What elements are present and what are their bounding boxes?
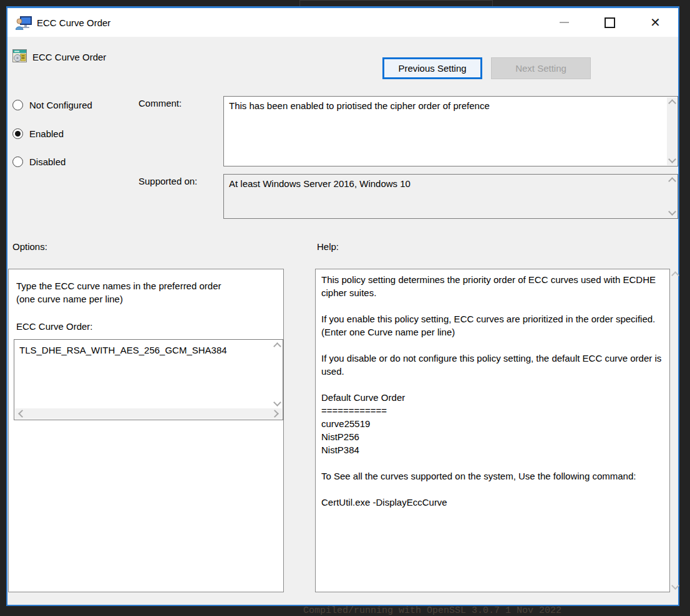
ecc-curve-order-label: ECC Curve Order: [16,321,93,332]
window-controls: ✕ [542,8,678,37]
setting-title: ECC Curve Order [32,52,106,62]
title-bar[interactable]: ECC Curve Order ✕ [7,8,678,37]
radio-label: Enabled [29,128,64,139]
scroll-right-icon[interactable] [271,410,279,418]
supported-on-value: At least Windows Server 2016, Windows 10 [229,178,663,190]
previous-setting-button[interactable]: Previous Setting [382,57,482,79]
policy-setting-icon [12,49,27,62]
scroll-up-icon[interactable] [273,342,281,350]
scroll-left-icon[interactable] [18,410,26,418]
comment-scrollbar[interactable] [667,97,677,165]
scroll-up-icon[interactable] [668,99,676,107]
help-label: Help: [317,241,339,252]
help-panel: This policy setting determines the prior… [315,269,670,592]
options-panel: Type the ECC curve names in the preferre… [8,269,284,592]
scroll-up-icon[interactable] [668,177,676,185]
ecc-input-vertical-scrollbar[interactable] [272,340,282,408]
minimize-icon [560,22,569,23]
radio-circle[interactable] [12,100,23,110]
radio-disabled[interactable]: Disabled [12,155,66,168]
supported-on-scrollbar[interactable] [667,175,677,218]
maximize-icon [605,17,615,28]
close-button[interactable]: ✕ [633,8,678,37]
scroll-down-icon[interactable] [668,155,676,163]
radio-enabled[interactable]: Enabled [12,127,64,140]
maximize-button[interactable] [587,8,633,37]
radio-circle[interactable] [12,128,23,139]
scroll-down-icon[interactable] [668,208,676,216]
supported-on-label: Supported on: [138,176,197,186]
scroll-down-icon[interactable] [671,582,679,590]
options-label: Options: [12,241,47,252]
minimize-button[interactable] [542,8,587,37]
ecc-input-horizontal-scrollbar[interactable] [15,408,282,419]
scroll-down-icon[interactable] [273,398,281,407]
help-text: This policy setting determines the prior… [321,273,663,509]
radio-circle[interactable] [12,156,23,167]
help-scrollbar[interactable] [671,269,679,592]
radio-label: Not Configured [29,100,92,110]
background-terminal-line: Compiled/running with OpenSSL 3.0.7 1 No… [303,605,561,616]
ecc-curve-order-dialog: ECC Curve Order ✕ ECC Curve Order Previo… [6,6,679,606]
policy-computer-user-icon [16,16,32,30]
scroll-up-icon[interactable] [671,271,679,279]
window-title: ECC Curve Order [37,17,110,28]
ecc-curve-order-value: TLS_DHE_RSA_WITH_AES_256_GCM_SHA384 [19,344,268,357]
supported-on-field: At least Windows Server 2016, Windows 10 [223,174,678,219]
comment-field[interactable]: This has been enabled to priotised the c… [223,96,678,166]
comment-value: This has been enabled to priotised the c… [229,100,663,112]
radio-not-configured[interactable]: Not Configured [12,99,92,111]
options-instruction: Type the ECC curve names in the preferre… [16,279,272,306]
ecc-curve-order-input[interactable]: TLS_DHE_RSA_WITH_AES_256_GCM_SHA384 [14,339,283,420]
next-setting-button[interactable]: Next Setting [491,57,591,79]
close-icon: ✕ [650,16,661,29]
comment-label: Comment: [138,98,182,108]
radio-label: Disabled [29,156,66,167]
